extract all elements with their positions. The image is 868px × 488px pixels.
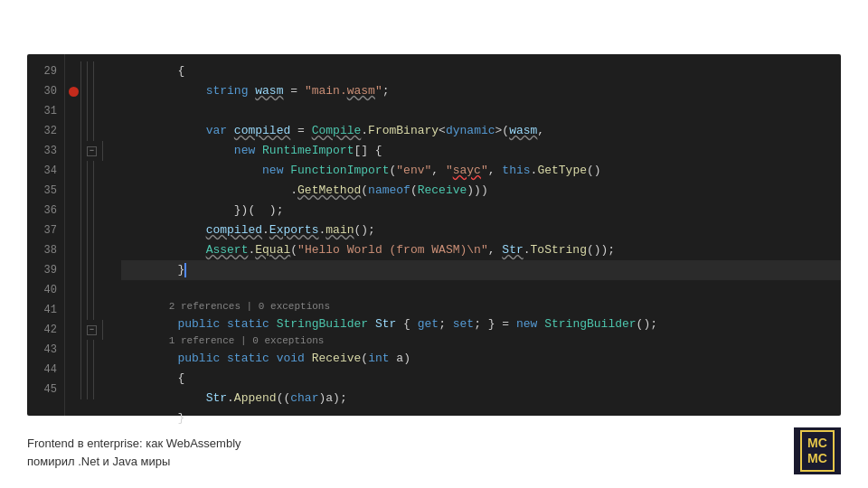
code-meta-41: 2 references | 0 exceptions — [121, 298, 841, 314]
code-line-29: { — [121, 61, 841, 81]
line-num-33: 33 — [27, 141, 57, 161]
bottom-text: Frontend в enterprise: как WebAssembly п… — [27, 435, 241, 470]
logo-line1: MC — [807, 436, 827, 451]
bottom-text-line2: помирил .Net и Java миры — [27, 453, 241, 471]
gutter-row-44 — [65, 360, 110, 380]
line-num-40: 40 — [27, 280, 57, 300]
code-line-34: new FunctionImport("env", "sayc", this.G… — [121, 161, 841, 181]
code-line-38: Assert.Equal("Hello World (from WASM)\n"… — [121, 240, 841, 260]
line-num-38: 38 — [27, 240, 57, 260]
gutter-row-31 — [65, 101, 110, 121]
breakpoint-30[interactable] — [69, 87, 79, 97]
line-num-29: 29 — [27, 61, 57, 81]
gutter-row-32 — [65, 121, 110, 141]
code-line-30: string wasm = "main.wasm"; — [121, 81, 841, 101]
code-line-33: new RuntimeImport[] { — [121, 141, 841, 161]
gutter-row-38 — [65, 240, 110, 260]
logo-line2: MC — [807, 451, 827, 466]
line-num-43: 43 — [27, 340, 57, 360]
line-num-35: 35 — [27, 181, 57, 201]
gutter-row-39 — [65, 260, 110, 280]
line-num-34: 34 — [27, 161, 57, 181]
gutter-row-29 — [65, 61, 110, 81]
gutter-row-35 — [65, 181, 110, 201]
logo-text: MC MC — [807, 436, 827, 466]
line-num-36: 36 — [27, 201, 57, 221]
code-editor: 29 30 31 32 33 34 35 36 37 38 39 40 41 4… — [27, 54, 841, 416]
code-line-37: compiled.Exports.main(); — [121, 221, 841, 240]
line-num-44: 44 — [27, 360, 57, 380]
code-line-36: })( ); — [121, 201, 841, 221]
gutter-row-41 — [65, 300, 110, 320]
gutter-row-45 — [65, 380, 110, 399]
line-num-42: 42 — [27, 320, 57, 340]
code-line-32: var compiled = Compile.FromBinary<dynami… — [121, 121, 841, 141]
line-num-45: 45 — [27, 380, 57, 399]
line-num-37: 37 — [27, 221, 57, 240]
logo-inner: MC MC — [800, 430, 835, 472]
code-line-35: .GetMethod(nameof(Receive))) — [121, 181, 841, 201]
line-num-31: 31 — [27, 101, 57, 121]
gutter-row-36 — [65, 201, 110, 221]
code-line-45: } — [121, 408, 841, 428]
editor-gutter: − — [65, 54, 110, 416]
code-line-31 — [121, 101, 841, 121]
gutter-row-43 — [65, 340, 110, 360]
bottom-text-line1: Frontend в enterprise: как WebAssembly — [27, 435, 241, 453]
code-line-43: { — [121, 369, 841, 389]
code-line-42: public static void Receive(int a) — [121, 349, 841, 369]
code-line-44: Str.Append((char)a); — [121, 389, 841, 408]
line-num-32: 32 — [27, 121, 57, 141]
gutter-row-42: − — [65, 320, 110, 340]
gutter-row-33: − — [65, 141, 110, 161]
code-content: { string wasm = "main.wasm"; var compile… — [110, 54, 841, 416]
slide-background: 29 30 31 32 33 34 35 36 37 38 39 40 41 4… — [0, 0, 868, 488]
fold-33[interactable]: − — [87, 146, 97, 156]
line-numbers: 29 30 31 32 33 34 35 36 37 38 39 40 41 4… — [27, 54, 65, 416]
fold-42[interactable]: − — [87, 325, 97, 335]
gutter-row-30 — [65, 81, 110, 101]
line-num-41: 41 — [27, 300, 57, 320]
code-line-39: } — [121, 260, 841, 280]
line-num-30: 30 — [27, 81, 57, 101]
logo: MC MC — [794, 427, 841, 474]
gutter-row-34 — [65, 161, 110, 181]
line-num-39: 39 — [27, 260, 57, 280]
code-meta-42: 1 reference | 0 exceptions — [121, 333, 841, 349]
gutter-row-37 — [65, 221, 110, 240]
gutter-row-40 — [65, 280, 110, 300]
